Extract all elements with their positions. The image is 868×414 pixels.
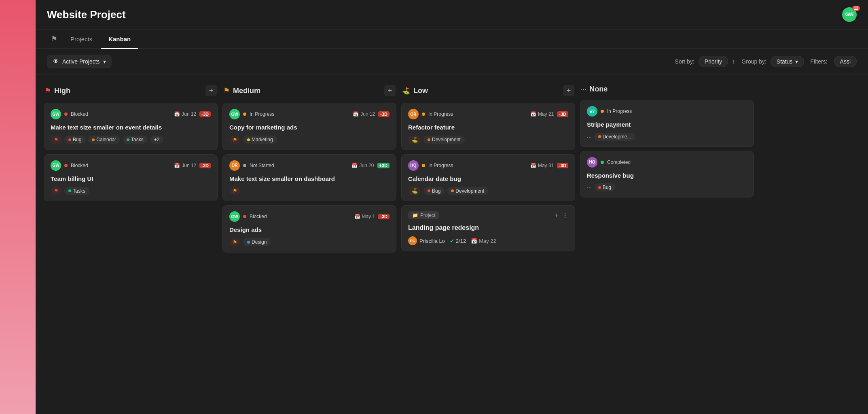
card-tags: ⚑ [229, 187, 390, 195]
card-header: OR Not Started 📅 Jun 20 +3D [229, 160, 390, 171]
card-tags: ⛳ Bug Development [408, 187, 568, 195]
column-title-group-low: ⛳ Low [402, 87, 428, 95]
active-projects-filter[interactable]: 👁 Active Projects ▾ [47, 55, 112, 68]
card-avatar: EY [587, 106, 597, 117]
status-dot [64, 113, 68, 116]
progress-value: 2/12 [456, 238, 466, 244]
card-title: Copy for marketing ads [229, 123, 390, 132]
project-badge: 📁 Project [408, 211, 439, 219]
cal-icon: 📅 [471, 238, 477, 244]
card-tags: ⚑ Marketing [229, 136, 390, 144]
column-title-group-none: ··· None [581, 85, 608, 93]
card-meta-right: 📅 May 1 -3D [354, 214, 390, 219]
status-dot [243, 113, 246, 116]
sort-priority-pill[interactable]: Priority [699, 56, 728, 67]
date-badge: +3D [377, 163, 390, 168]
group-by-label: Group by: [741, 58, 766, 65]
assignee-name: Priscilla Lo [419, 238, 445, 244]
avatar-initials: GW [845, 12, 854, 17]
header-right: GW 12 [842, 7, 857, 22]
main-content: Website Project GW 12 ⚑ Projects Kanban … [36, 0, 868, 414]
card-header: GW Blocked 📅 Jun 12 -3D [51, 109, 211, 119]
status-dot [422, 164, 425, 167]
card-avatar: OR [408, 109, 419, 119]
assign-filter-pill[interactable]: Assi [834, 56, 857, 67]
card-tags: ··· Developme... [587, 133, 747, 141]
project-card-landing: 📁 Project + ⋮ Landing page redesign PC P… [401, 205, 575, 251]
project-card-actions: + ⋮ [555, 212, 568, 219]
card-header: GW Blocked 📅 May 1 -3D [229, 211, 390, 222]
status-label: Blocked [71, 163, 88, 168]
project-date-value: May 22 [479, 238, 496, 244]
flag-icon-high: ⚑ [44, 86, 51, 95]
date-label: 📅 May 31 [530, 163, 554, 168]
card-meta-left: EY In Progress [587, 106, 632, 117]
flag-icon-low: ⛳ [402, 87, 410, 95]
avatar[interactable]: GW 12 [842, 7, 857, 22]
add-high-button[interactable]: + [205, 85, 217, 96]
tag-marketing: Marketing [243, 136, 277, 144]
flag-tag: ⚑ [229, 136, 241, 144]
status-label: Not Started [250, 163, 274, 168]
column-title-medium: Medium [233, 87, 260, 95]
tab-kanban[interactable]: Kanban [101, 30, 138, 49]
card-meta-left: HQ In Progress [408, 160, 453, 171]
status-dot [422, 113, 425, 116]
card-avatar: HQ [587, 157, 597, 168]
card-header: GW Blocked 📅 Jun 12 -3D [51, 160, 211, 171]
status-dot [243, 164, 246, 167]
project-card-title: Landing page redesign [408, 224, 568, 231]
tab-projects[interactable]: Projects [63, 30, 100, 49]
date-badge: -3D [557, 163, 568, 168]
card-meta-right: 📅 May 21 -3D [530, 111, 568, 117]
status-label: In Progress [428, 111, 453, 117]
date-badge: -3D [378, 214, 390, 219]
add-medium-button[interactable]: + [384, 85, 396, 96]
card-meta-right: 📅 May 31 -3D [530, 163, 568, 168]
card-copy-marketing: GW In Progress 📅 Jun 12 -3D Copy for mar… [222, 103, 396, 150]
card-meta-left: OR In Progress [408, 109, 453, 119]
tag-calendar: Calendar [88, 136, 120, 144]
add-low-button[interactable]: + [563, 85, 574, 96]
app-title: Website Project [47, 8, 126, 21]
date-badge: -3D [199, 111, 211, 117]
check-icon: ✔ [450, 238, 454, 244]
card-meta-right: 📅 Jun 12 -3D [174, 163, 211, 168]
tag-development: Developme... [594, 133, 635, 141]
column-title-high: High [54, 87, 70, 95]
card-avatar: GW [229, 211, 240, 222]
cal-icon: 📅 [530, 111, 536, 117]
card-title: Refactor feature [408, 123, 568, 132]
status-dot [601, 161, 604, 164]
tag-development: Development [447, 187, 488, 195]
column-header-low: ⛳ Low + [401, 83, 575, 99]
card-meta-left: HQ Completed [587, 157, 631, 168]
card-design-ads: GW Blocked 📅 May 1 -3D Design ads ⚑ [222, 205, 396, 253]
cal-icon: 📅 [530, 163, 536, 168]
date-label: 📅 May 21 [530, 111, 554, 117]
column-low: ⛳ Low + OR In Progress 📅 May 2 [401, 83, 575, 251]
more-options-icon[interactable]: ⋮ [562, 212, 568, 219]
tag-bug: Bug [594, 183, 615, 191]
filters-label: Filters: [811, 58, 828, 65]
dots-icon: ··· [581, 86, 586, 93]
tag-more: +2 [150, 136, 164, 144]
tag-dot [247, 138, 250, 141]
card-meta-left: GW Blocked [51, 160, 88, 171]
toolbar: 👁 Active Projects ▾ Sort by: Priority ↑ … [36, 49, 868, 74]
add-project-icon[interactable]: + [555, 212, 559, 219]
column-title-group-medium: ⚑ Medium [223, 86, 260, 95]
folder-icon: 📁 [412, 212, 418, 218]
filter-arrow: ▾ [103, 58, 106, 65]
menu-icon[interactable]: ⚑ [47, 30, 61, 48]
flag-tag: ⚑ [229, 238, 241, 246]
project-date: 📅 May 22 [471, 238, 496, 244]
notification-badge: 12 [852, 6, 860, 11]
card-meta-right: 📅 Jun 12 -3D [174, 111, 211, 117]
card-responsive-bug: HQ Completed Responsive bug ··· Bug [580, 151, 754, 198]
card-title: Make text size smaller on event details [51, 123, 211, 132]
eye-icon: 👁 [53, 58, 59, 65]
flag-tag: ⚑ [51, 136, 62, 144]
filter-label: Active Projects [62, 58, 100, 65]
group-status-pill[interactable]: Status ▾ [771, 56, 804, 67]
